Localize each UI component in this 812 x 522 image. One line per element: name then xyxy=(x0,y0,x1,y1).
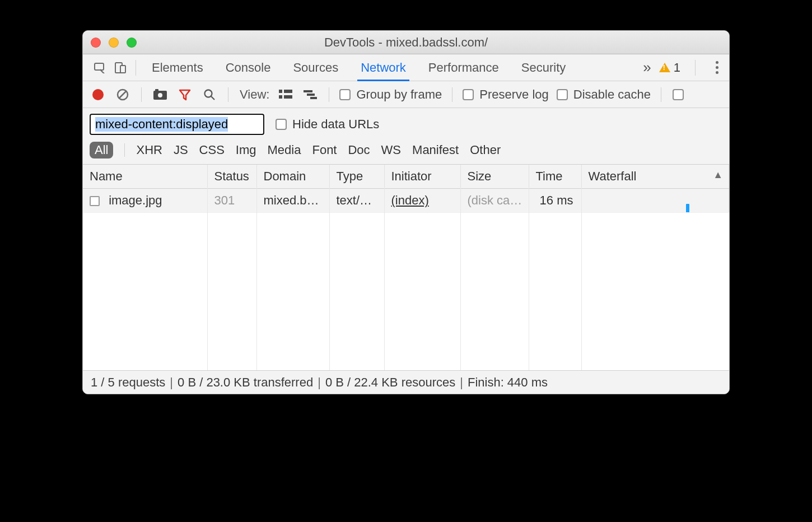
initiator-link[interactable]: (index) xyxy=(391,193,429,207)
type-filter-font[interactable]: Font xyxy=(312,143,337,157)
type-filter-img[interactable]: Img xyxy=(236,143,256,157)
col-header-domain[interactable]: Domain xyxy=(256,165,329,189)
offline-checkbox[interactable] xyxy=(673,89,684,100)
svg-point-7 xyxy=(158,93,162,97)
group-by-frame-option[interactable]: Group by frame xyxy=(339,87,442,102)
type-filter-doc[interactable]: Doc xyxy=(348,143,370,157)
filter-icon[interactable] xyxy=(176,86,193,103)
type-filter-all[interactable]: All xyxy=(90,142,113,159)
type-filter-xhr[interactable]: XHR xyxy=(136,143,162,157)
large-rows-icon[interactable] xyxy=(277,86,294,103)
separator xyxy=(329,87,329,102)
svg-rect-12 xyxy=(279,95,282,99)
devtools-window: DevTools - mixed.badssl.com/ Elements Co… xyxy=(82,30,730,394)
more-tabs-button[interactable]: » xyxy=(643,59,648,76)
group-by-frame-label: Group by frame xyxy=(356,87,442,102)
separator xyxy=(695,60,696,76)
titlebar: DevTools - mixed.badssl.com/ xyxy=(83,31,729,54)
preserve-log-option[interactable]: Preserve log xyxy=(463,87,549,102)
svg-rect-15 xyxy=(307,94,315,96)
col-header-name[interactable]: Name xyxy=(83,165,207,189)
svg-line-9 xyxy=(211,96,214,100)
hide-data-urls-option[interactable]: Hide data URLs xyxy=(276,117,379,132)
sort-asc-icon: ▲ xyxy=(713,169,723,181)
screenshots-icon[interactable] xyxy=(152,86,169,103)
separator xyxy=(124,143,125,157)
svg-rect-0 xyxy=(95,63,104,70)
network-toolbar: View: Group by frame Preserve log Disabl… xyxy=(83,81,729,108)
warnings-badge[interactable]: 1 xyxy=(659,60,680,75)
cell-status: 301 xyxy=(207,189,256,213)
disable-cache-checkbox[interactable] xyxy=(557,89,568,100)
col-header-initiator[interactable]: Initiator xyxy=(384,165,460,189)
settings-menu-button[interactable] xyxy=(710,61,724,74)
type-filter-css[interactable]: CSS xyxy=(199,143,225,157)
hide-data-urls-checkbox[interactable] xyxy=(276,119,287,130)
separator xyxy=(136,60,136,76)
cell-name[interactable]: image.jpg xyxy=(83,189,207,213)
svg-rect-16 xyxy=(310,97,317,99)
preserve-log-checkbox[interactable] xyxy=(463,89,474,100)
waterfall-view-icon[interactable] xyxy=(302,86,319,103)
col-header-size[interactable]: Size xyxy=(460,165,529,189)
table-row[interactable]: image.jpg 301 mixed.b… text/h… (index) (… xyxy=(83,189,729,213)
status-finish: Finish: 440 ms xyxy=(468,375,548,390)
warning-icon xyxy=(659,63,670,72)
svg-line-4 xyxy=(119,91,126,98)
requests-table: Name Status Domain Type Initiator Size T… xyxy=(83,165,729,370)
tab-network[interactable]: Network xyxy=(360,55,407,81)
type-filter-row: All XHR JS CSS Img Media Font Doc WS Man… xyxy=(83,138,729,165)
inspect-element-icon[interactable] xyxy=(91,58,110,77)
device-toolbar-icon[interactable] xyxy=(111,58,130,77)
type-filter-js[interactable]: JS xyxy=(174,143,188,157)
type-filter-other[interactable]: Other xyxy=(470,143,501,157)
separator xyxy=(141,87,142,102)
tab-console[interactable]: Console xyxy=(225,55,272,81)
tab-elements[interactable]: Elements xyxy=(151,55,204,81)
window-minimize-button[interactable] xyxy=(109,38,119,48)
group-by-frame-checkbox[interactable] xyxy=(339,89,351,100)
col-header-status[interactable]: Status xyxy=(207,165,256,189)
svg-rect-2 xyxy=(120,66,125,73)
clear-button[interactable] xyxy=(114,86,131,103)
tab-sources[interactable]: Sources xyxy=(292,55,339,81)
disable-cache-option[interactable]: Disable cache xyxy=(557,87,651,102)
svg-rect-13 xyxy=(284,95,292,99)
cell-waterfall xyxy=(581,189,729,213)
type-filter-media[interactable]: Media xyxy=(268,143,301,157)
cell-time: 16 ms xyxy=(529,189,581,213)
cell-size: (disk ca… xyxy=(460,189,529,213)
panel-tabstrip: Elements Console Sources Network Perform… xyxy=(83,54,729,81)
cell-initiator[interactable]: (index) xyxy=(384,189,460,213)
col-header-waterfall-label: Waterfall xyxy=(589,169,637,183)
col-header-type[interactable]: Type xyxy=(329,165,384,189)
panel-tabs: Elements Console Sources Network Perform… xyxy=(151,55,567,81)
window-close-button[interactable] xyxy=(91,38,101,48)
cell-domain: mixed.b… xyxy=(256,189,329,213)
tab-security[interactable]: Security xyxy=(520,55,567,81)
tab-performance[interactable]: Performance xyxy=(427,55,500,81)
col-header-waterfall[interactable]: Waterfall ▲ xyxy=(581,165,729,189)
row-checkbox[interactable] xyxy=(90,196,100,206)
col-header-time[interactable]: Time xyxy=(529,165,581,189)
table-header-row: Name Status Domain Type Initiator Size T… xyxy=(83,165,729,189)
svg-rect-10 xyxy=(279,90,282,93)
hide-data-urls-label: Hide data URLs xyxy=(292,117,379,132)
status-resources: 0 B / 22.4 KB resources xyxy=(325,375,455,390)
status-transferred: 0 B / 23.0 KB transferred xyxy=(178,375,313,390)
filter-row: Hide data URLs xyxy=(83,108,729,138)
type-filter-manifest[interactable]: Manifest xyxy=(412,143,459,157)
search-icon[interactable] xyxy=(201,86,218,103)
grid-lines xyxy=(83,187,729,370)
window-zoom-button[interactable] xyxy=(127,38,137,48)
separator xyxy=(228,87,228,102)
cell-type: text/h… xyxy=(329,189,384,213)
svg-rect-11 xyxy=(284,90,292,93)
type-filter-ws[interactable]: WS xyxy=(381,143,401,157)
window-title: DevTools - mixed.badssl.com/ xyxy=(83,35,729,50)
record-button[interactable] xyxy=(90,86,106,103)
request-name: image.jpg xyxy=(109,193,162,207)
warnings-count: 1 xyxy=(674,60,680,75)
filter-input[interactable] xyxy=(90,114,264,135)
status-requests: 1 / 5 requests xyxy=(91,375,165,390)
